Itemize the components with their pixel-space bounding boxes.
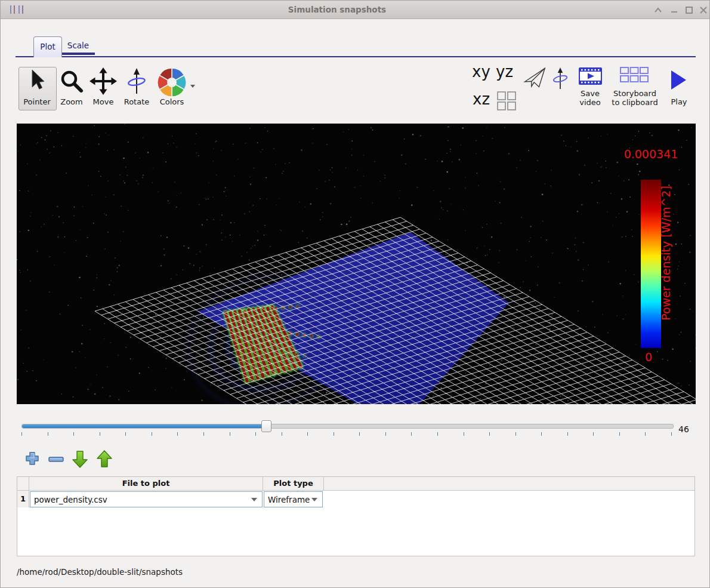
file-to-plot-combobox[interactable]: power_density.csv [30,491,263,507]
slider-tick [230,432,230,436]
slider-tick [334,432,334,436]
plot-3d-view[interactable]: 0.0003410Power density [W/m^2] [17,124,696,404]
chevron-down-icon [311,498,317,501]
zoom-label: Zoom [57,97,87,106]
pointer-label: Pointer [18,97,55,106]
storyboard-icon[interactable] [620,67,649,83]
slider-tick [464,432,464,436]
snapshot-slider-handle[interactable] [261,420,271,432]
tab-underline-accent [61,53,95,55]
slider-tick [282,432,282,436]
window-title: Simulation snapshots [1,1,674,19]
table-header: File to plot Plot type [17,477,694,491]
slider-tick [645,432,646,436]
rotate-icon[interactable] [124,66,150,96]
slider-tick [593,432,594,436]
svg-text:0: 0 [645,350,652,364]
titlebar[interactable]: Simulation snapshots [1,1,709,19]
file-column-header: File to plot [29,477,263,490]
rotate-label: Rotate [121,97,152,106]
slider-tick [73,432,74,436]
app-window: Simulation snapshots Plot Scale Pointer … [0,0,710,588]
plot-type-value: Wireframe [268,495,310,504]
row-number-cell[interactable]: 1 [17,491,29,507]
slider-tick [48,432,48,436]
plot-type-combobox[interactable]: Wireframe [264,491,323,507]
paper-plane-icon[interactable] [523,67,548,90]
chevron-down-icon [251,498,257,501]
tab-plot[interactable]: Plot [33,36,62,57]
slider-tick [489,432,490,436]
slider-tick [359,432,360,436]
slider-tick [437,432,438,436]
minimize-button[interactable] [668,5,680,16]
slider-tick [307,432,308,436]
slider-tick [619,432,620,436]
slider-tick [21,432,22,436]
storyboard-label-line1: Storyboard [602,89,668,98]
view-xy-button[interactable]: xy [472,63,490,81]
grid-2x2-icon[interactable] [497,91,516,110]
status-path: /home/rod/Desktop/double-slit/snapshots [17,567,183,577]
plot-scene-svg: 0.0003410Power density [W/m^2] [17,124,696,404]
save-video-icon[interactable] [579,67,603,85]
files-table: File to plot Plot type 1 power_density.c… [17,476,695,556]
pointer-icon [27,69,47,94]
file-to-plot-value: power_density.csv [34,495,107,504]
slider-value: 46 [678,424,689,434]
view-xz-button[interactable]: xz [473,90,490,108]
storyboard-label: Storyboard to clipboard [602,89,668,107]
colors-label: Colors [155,97,189,106]
maximize-button[interactable] [683,5,695,16]
slider-tick [515,432,516,436]
slider-tick [671,432,672,436]
view-yz-button[interactable]: yz [496,63,513,81]
arrow-down-icon move-row-down-button[interactable] [71,450,89,469]
slider-tick [255,432,256,436]
slider-tick [125,432,126,436]
slider-tick [100,432,100,436]
svg-text:0.000341: 0.000341 [624,147,678,161]
plot-type-column-header: Plot type [263,477,324,490]
move-label: Move [88,97,119,106]
slider-tick [152,432,152,436]
colors-icon[interactable] [156,67,187,98]
tab-scale[interactable]: Scale [61,38,95,54]
row-number-header [17,477,29,490]
colors-dropdown-caret[interactable] [190,85,195,88]
slider-tick [541,432,542,436]
plus-icon add-row-button[interactable] [23,450,41,469]
shade-button[interactable] [652,5,664,16]
tab-underline [16,56,696,57]
slider-tick [385,432,386,436]
zoom-icon[interactable] [59,69,84,94]
storyboard-label-line2: to clipboard [602,98,668,107]
slider-tick [567,432,568,436]
close-button[interactable] [697,5,709,16]
slider-tick [411,432,412,436]
move-icon[interactable] [89,67,117,95]
play-label: Play [666,97,692,106]
slider-tick [203,432,204,436]
snapshot-slider-track[interactable] [21,424,674,429]
snapshot-slider-fill [22,424,261,428]
rotate-axis-icon[interactable] [551,66,569,91]
minus-icon remove-row-button[interactable] [47,450,65,469]
slider-tick [177,432,178,436]
svg-text:Power density [W/m^2]: Power density [W/m^2] [659,186,672,321]
arrow-up-icon move-row-up-button[interactable] [95,450,113,469]
play-icon[interactable] [671,70,687,90]
